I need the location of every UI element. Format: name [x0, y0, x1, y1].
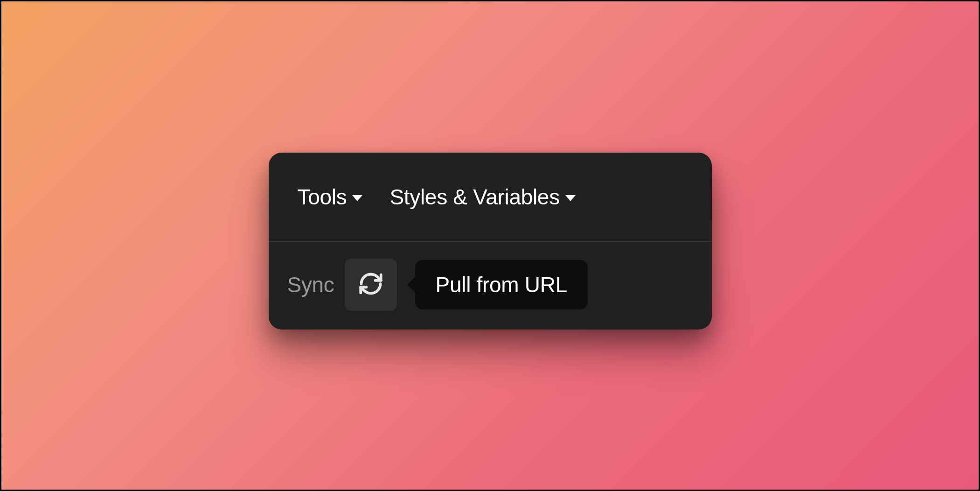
sync-label: Sync: [287, 272, 334, 297]
sync-tooltip-wrap: Pull from URL: [407, 260, 588, 309]
panel-top-row: Tools Styles & Variables: [269, 153, 712, 242]
panel: Tools Styles & Variables Sync Pull from …: [269, 153, 712, 330]
styles-variables-dropdown[interactable]: Styles & Variables: [389, 184, 575, 210]
sync-button[interactable]: [345, 259, 397, 311]
tools-dropdown[interactable]: Tools: [298, 184, 363, 210]
tools-label: Tools: [298, 184, 347, 210]
sync-icon: [357, 270, 384, 299]
caret-down-icon: [352, 195, 362, 201]
panel-bottom-row: Sync Pull from URL: [269, 242, 712, 330]
caret-down-icon: [565, 195, 576, 201]
sync-tooltip: Pull from URL: [415, 260, 588, 309]
styles-variables-label: Styles & Variables: [389, 184, 559, 210]
tooltip-arrow-icon: [407, 276, 416, 293]
